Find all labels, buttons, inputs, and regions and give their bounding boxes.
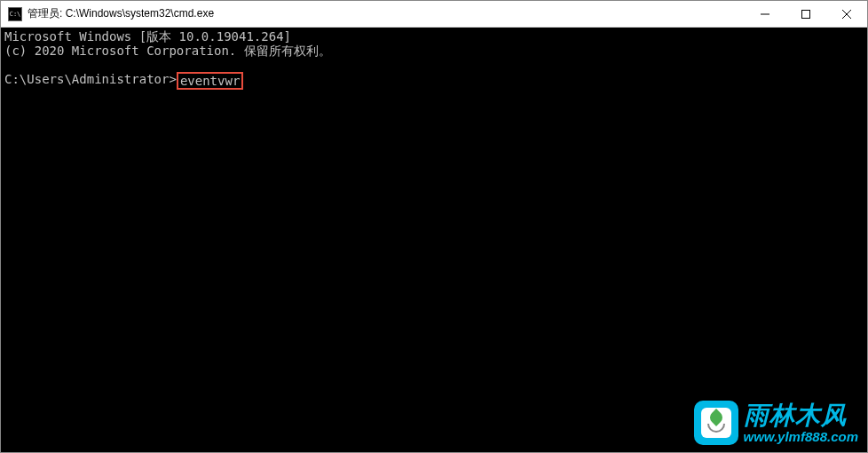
cmd-icon: C:\ <box>8 7 22 21</box>
minimize-button[interactable] <box>745 1 785 27</box>
watermark: 雨林木风 www.ylmf888.com <box>694 401 859 445</box>
maximize-button[interactable] <box>785 1 826 27</box>
cmd-window: C:\ 管理员: C:\Windows\system32\cmd.exe Mic… <box>0 0 868 453</box>
terminal-command: eventvwr <box>180 74 240 88</box>
window-controls <box>745 1 867 27</box>
terminal-prompt: C:\Users\Administrator> <box>4 72 177 86</box>
terminal-prompt-line: C:\Users\Administrator>eventvwr <box>4 72 864 90</box>
watermark-brand: 雨林木风 <box>744 403 859 428</box>
watermark-logo-icon <box>694 401 738 445</box>
command-highlight: eventvwr <box>177 72 243 90</box>
close-button[interactable] <box>826 1 867 27</box>
window-title: 管理员: C:\Windows\system32\cmd.exe <box>28 6 745 21</box>
svg-rect-1 <box>802 10 810 18</box>
terminal-area[interactable]: Microsoft Windows [版本 10.0.19041.264] (c… <box>1 28 867 452</box>
watermark-url: www.ylmf888.com <box>744 430 859 443</box>
terminal-output-line: Microsoft Windows [版本 10.0.19041.264] <box>4 29 864 44</box>
terminal-blank-line <box>4 58 864 72</box>
watermark-text: 雨林木风 www.ylmf888.com <box>744 403 859 443</box>
titlebar[interactable]: C:\ 管理员: C:\Windows\system32\cmd.exe <box>1 1 867 28</box>
terminal-output-line: (c) 2020 Microsoft Corporation. 保留所有权利。 <box>4 44 864 58</box>
